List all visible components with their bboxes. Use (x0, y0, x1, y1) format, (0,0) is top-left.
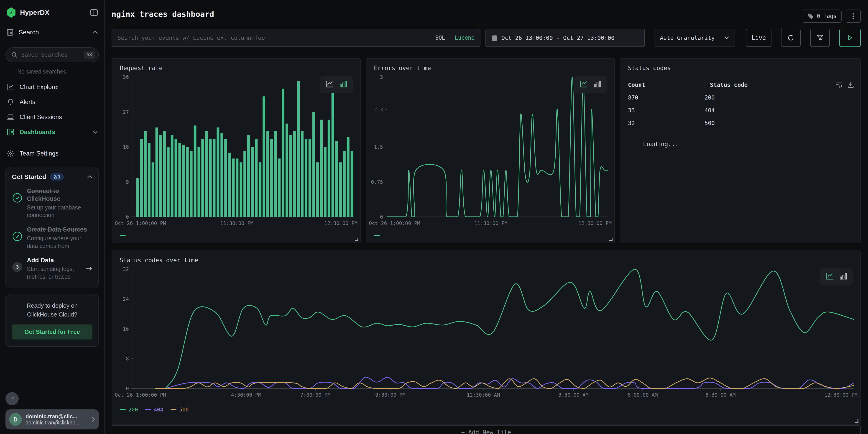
deploy-card: Ready to deploy onClickHouse Cloud? Get … (5, 294, 99, 347)
app-root: ⚡ HyperDX Search Saved Searches ⌘K No sa… (0, 0, 868, 434)
line-chart-toggle-icon[interactable] (826, 272, 834, 281)
event-search-input[interactable]: Search your events w/ Lucene ex. column:… (112, 29, 480, 47)
status-codes-over-time-chart[interactable]: 08162432Oct 26 1:00:00 PM4:30:00 PM7:00:… (112, 251, 860, 425)
hyperdx-logo-icon: ⚡ (6, 7, 16, 18)
table-row[interactable]: 32 500 (628, 120, 715, 126)
download-icon[interactable] (847, 82, 854, 88)
chevron-right-icon (92, 417, 95, 422)
legend-item-200[interactable]: 200 (120, 407, 138, 412)
svg-text:27: 27 (123, 109, 129, 115)
chart-type-toggle (820, 268, 853, 285)
legend-item-500[interactable]: 500 (170, 407, 189, 412)
sidebar-item-dashboards[interactable]: Dashboards (0, 125, 104, 140)
saved-searches-input[interactable]: Saved Searches ⌘K (5, 48, 99, 62)
live-button[interactable]: Live (746, 29, 771, 47)
add-new-tile-button[interactable]: + Add New Tile (112, 425, 861, 434)
sidebar-item-alerts[interactable]: Alerts (0, 94, 104, 110)
step-title: Connect to ClickHouse (27, 187, 92, 203)
kebab-menu-button[interactable] (846, 9, 861, 23)
legend-item-404[interactable]: 404 (145, 407, 163, 412)
resize-handle[interactable] (855, 420, 859, 423)
table-row[interactable]: 870 200 (628, 94, 715, 101)
sidebar-item-chart-explorer[interactable]: Chart Explorer (0, 80, 104, 94)
get-started-step-datasources[interactable]: Create Data Sources Configure where your… (12, 226, 92, 250)
line-chart-toggle-icon[interactable] (326, 80, 334, 89)
svg-text:8:30:00 AM: 8:30:00 AM (706, 392, 736, 398)
svg-text:9: 9 (126, 179, 129, 185)
calendar-icon (491, 35, 497, 41)
tile-title: Status codes (628, 65, 671, 71)
svg-text:9:30:00 PM: 9:30:00 PM (375, 392, 405, 398)
user-menu[interactable]: D dominic.tran@clic... dominic.tran@clic… (5, 409, 99, 429)
search-section-label: Search (19, 29, 92, 36)
keyboard-shortcut-badge: ⌘K (84, 51, 95, 59)
get-started-step-add-data[interactable]: 3 Add Data Start sending logs, metrics, … (12, 257, 92, 281)
bar-chart-toggle-icon[interactable] (594, 80, 601, 89)
line-chart-toggle-icon[interactable] (580, 80, 588, 89)
no-saved-searches-text: No saved searches (0, 62, 104, 80)
refresh-button[interactable] (781, 29, 801, 47)
step-desc: Start sending logs, metrics, or traces (27, 265, 83, 281)
deploy-text: Ready to deploy onClickHouse Cloud? (12, 301, 92, 319)
user-email: dominic.tran@clickho... (26, 420, 92, 426)
get-started-header[interactable]: Get Started 2/3 (12, 173, 92, 181)
check-circle-icon (12, 187, 23, 219)
nav-label: Alerts (20, 99, 98, 106)
resize-handle[interactable] (355, 238, 359, 241)
date-range-picker[interactable]: Oct 26 13:00:00 - Oct 27 13:00:00 (486, 29, 645, 47)
table-row[interactable]: 33 404 (628, 107, 715, 114)
dashboards-icon (6, 128, 14, 136)
svg-text:Oct 26 1:00:00 PM: Oct 26 1:00:00 PM (115, 392, 166, 398)
step-desc: Set up your database connection (27, 204, 92, 219)
svg-text:12:30:00 PM: 12:30:00 PM (324, 220, 358, 226)
granularity-value: Auto Granularity (660, 35, 724, 41)
get-started-title: Get Started (12, 173, 46, 181)
tile-request-rate: Request rate 09182736Oct 26 1:00:00 PM11… (112, 58, 361, 243)
svg-text:11:30:00 PM: 11:30:00 PM (474, 220, 507, 226)
svg-text:12:30:00 AM: 12:30:00 AM (467, 392, 500, 398)
sidebar-item-search[interactable]: Search (0, 23, 104, 41)
get-started-free-button[interactable]: Get Started for Free (12, 324, 92, 340)
tags-button[interactable]: 0 Tags (803, 9, 842, 23)
column-resize-handle[interactable] (705, 82, 706, 88)
sidebar-bottom: ? D dominic.tran@clic... dominic.tran@cl… (0, 388, 104, 434)
collapse-sidebar-icon[interactable] (90, 9, 98, 16)
sql-toggle[interactable]: SQL (435, 35, 445, 41)
cell-status-code: 404 (705, 107, 715, 114)
run-query-button[interactable] (839, 29, 861, 47)
cell-status-code: 500 (705, 120, 715, 126)
cell-count: 870 (628, 94, 705, 101)
granularity-select[interactable]: Auto Granularity (654, 29, 735, 47)
svg-text:0: 0 (126, 214, 129, 220)
chevron-down-icon (724, 36, 729, 39)
chevron-up-icon[interactable] (87, 175, 92, 179)
sidebar-item-team-settings[interactable]: Team Settings (0, 146, 104, 161)
nav-label: Team Settings (20, 150, 98, 157)
svg-text:11:30:00 PM: 11:30:00 PM (220, 220, 253, 226)
svg-text:36: 36 (123, 74, 129, 80)
chart-type-toggle (574, 76, 607, 93)
sidebar-item-client-sessions[interactable]: Client Sessions (0, 110, 104, 125)
column-header-status-code[interactable]: Status code (710, 82, 748, 88)
tile-errors-over-time: Errors over time 00.751.52.33Oct 26 1:00… (366, 58, 615, 243)
help-button[interactable]: ? (5, 392, 19, 405)
lucene-toggle[interactable]: Lucene (455, 35, 474, 41)
resize-handle[interactable] (609, 238, 613, 241)
avatar: D (9, 413, 22, 426)
filter-button[interactable] (810, 29, 830, 47)
svg-text:16: 16 (123, 326, 129, 332)
nav-label: Dashboards (20, 129, 93, 136)
bar-chart-toggle-icon[interactable] (340, 80, 347, 89)
saved-searches-placeholder: Saved Searches (22, 52, 84, 58)
column-header-count[interactable]: Count (628, 82, 705, 88)
event-search-placeholder: Search your events w/ Lucene ex. column:… (118, 35, 435, 41)
main-content: nginx traces dashboard 0 Tags Search you… (105, 0, 868, 434)
legend-series-dash[interactable] (120, 235, 126, 236)
wrap-lines-icon[interactable] (835, 82, 842, 88)
bar-chart-toggle-icon[interactable] (840, 272, 847, 281)
step-title: Add Data (27, 257, 83, 265)
legend-series-dash[interactable] (374, 235, 380, 236)
gear-icon (6, 150, 14, 157)
brand-name: HyperDX (20, 9, 90, 17)
get-started-step-connect[interactable]: Connect to ClickHouse Set up your databa… (12, 187, 92, 219)
